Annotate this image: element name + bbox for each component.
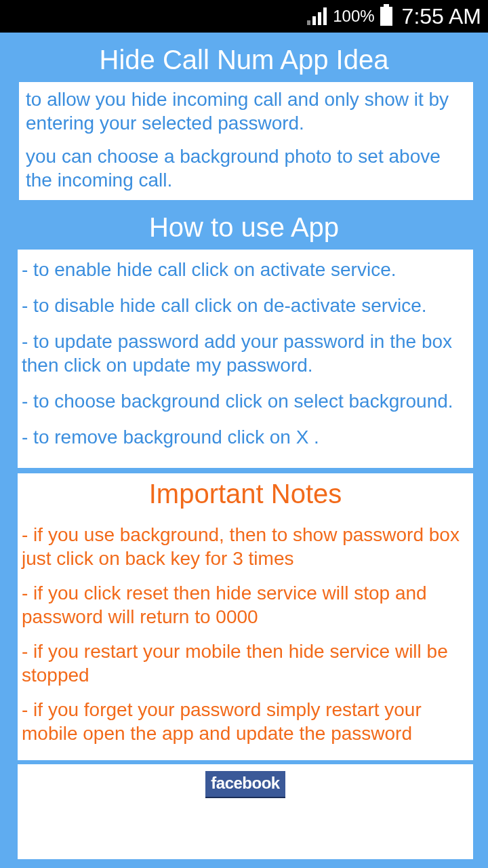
notes-line-1: - if you use background, then to show pa… (22, 523, 469, 570)
notes-line-4: - if you forget your password simply res… (22, 698, 469, 745)
howto-line-4: - to choose background click on select b… (22, 389, 469, 413)
section-title-notes: Important Notes (22, 479, 469, 516)
status-bar: 100% 7:55 AM (0, 0, 488, 33)
app-content: Hide Call Num App Idea to allow you hide… (0, 33, 488, 859)
signal-icon (307, 7, 327, 25)
howto-line-3: - to update password add your password i… (22, 330, 469, 377)
notes-line-2: - if you click reset then hide service w… (22, 581, 469, 629)
card-idea: to allow you hide incoming call and only… (19, 82, 473, 200)
status-time: 7:55 AM (402, 4, 481, 29)
card-notes: Important Notes - if you use background,… (18, 473, 473, 760)
notes-line-3: - if you restart your mobile then hide s… (22, 639, 469, 687)
battery-percent: 100% (333, 7, 374, 26)
facebook-link[interactable]: facebook (205, 771, 285, 798)
section-title-idea: Hide Call Num App Idea (0, 33, 488, 82)
card-howto: - to enable hide call click on activate … (18, 250, 473, 468)
section-title-howto: How to use App (0, 200, 488, 250)
battery-icon (380, 7, 392, 26)
howto-line-1: - to enable hide call click on activate … (22, 258, 469, 281)
idea-line-2: you can choose a background photo to set… (26, 144, 466, 192)
card-social: facebook (18, 764, 473, 859)
idea-line-1: to allow you hide incoming call and only… (26, 87, 466, 135)
howto-line-5: - to remove background click on X . (22, 425, 469, 449)
howto-line-2: - to disable hide call click on de-activ… (22, 294, 469, 317)
